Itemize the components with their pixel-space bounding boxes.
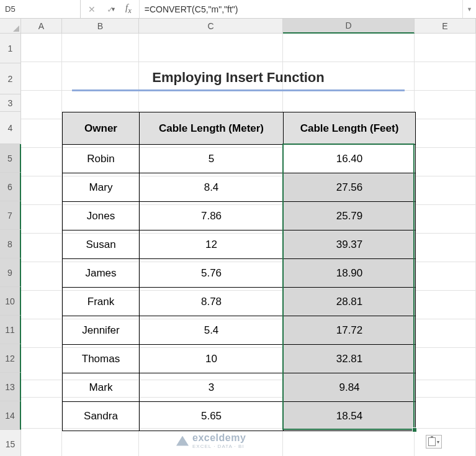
table-cell-r2-c2[interactable]: 25.79 (284, 202, 415, 230)
cell-E14[interactable] (415, 62, 476, 91)
table-header-1[interactable]: Cable Length (Meter) (140, 112, 284, 145)
column-headers: ABCDE (21, 19, 476, 34)
table-cell-r6-c1[interactable]: 5.4 (140, 316, 284, 345)
table-cell-r5-c2[interactable]: 28.81 (284, 288, 415, 316)
cell-E4[interactable] (415, 348, 476, 380)
cell-E3[interactable] (415, 380, 476, 398)
col-header-C[interactable]: C (139, 19, 283, 34)
row-header-7[interactable]: 7 (0, 201, 21, 230)
cell-D1[interactable] (283, 429, 415, 456)
table-cell-r5-c1[interactable]: 8.78 (140, 288, 284, 316)
cell-A10[interactable] (21, 176, 62, 205)
row-header-5[interactable]: 5 (0, 144, 21, 173)
col-header-E[interactable]: E (415, 19, 476, 34)
table-cell-r3-c2[interactable]: 39.37 (284, 230, 415, 259)
cell-E13[interactable] (415, 91, 476, 119)
name-box-wrap: ▼ (0, 0, 81, 18)
cell-A11[interactable] (21, 148, 62, 176)
cell-A1[interactable] (21, 429, 62, 456)
cell-B15[interactable] (62, 34, 139, 62)
cell-B1[interactable] (62, 429, 139, 456)
table-cell-r1-c2[interactable]: 27.56 (284, 173, 415, 202)
table-cell-r0-c0[interactable]: Robin (63, 145, 140, 173)
cell-E15[interactable] (415, 34, 476, 62)
formula-input[interactable] (140, 0, 462, 18)
row-header-2[interactable]: 2 (0, 63, 21, 94)
table-cell-r7-c2[interactable]: 32.81 (284, 345, 415, 373)
cell-A5[interactable] (21, 319, 62, 348)
table-cell-r8-c2[interactable]: 9.84 (284, 373, 415, 402)
table-cell-r2-c1[interactable]: 7.86 (140, 202, 284, 230)
table-cell-r7-c0[interactable]: Thomas (63, 345, 140, 373)
table-cell-r2-c0[interactable]: Jones (63, 202, 140, 230)
row-header-12[interactable]: 12 (0, 344, 21, 373)
cell-E6[interactable] (415, 291, 476, 319)
cell-E2[interactable] (415, 398, 476, 429)
table-cell-r0-c1[interactable]: 5 (140, 145, 284, 173)
cell-A7[interactable] (21, 262, 62, 291)
row-header-13[interactable]: 13 (0, 373, 21, 401)
cell-A4[interactable] (21, 348, 62, 380)
formula-bar-expand-icon[interactable]: ▼ (462, 0, 476, 18)
table-header-2[interactable]: Cable Length (Feet) (284, 112, 415, 145)
table-cell-r5-c0[interactable]: Frank (63, 288, 140, 316)
row-header-9[interactable]: 9 (0, 258, 21, 287)
cell-A8[interactable] (21, 234, 62, 262)
table-cell-r3-c0[interactable]: Susan (63, 230, 140, 259)
fx-icon[interactable]: fx (125, 2, 132, 16)
fill-handle[interactable] (412, 427, 417, 432)
table-cell-r9-c1[interactable]: 5.65 (140, 402, 284, 431)
paste-options-button[interactable] (426, 435, 442, 449)
cancel-formula-icon[interactable]: ✕ (88, 4, 96, 14)
table-cell-r8-c0[interactable]: Mark (63, 373, 140, 402)
table-cell-r6-c0[interactable]: Jennifer (63, 316, 140, 345)
cell-E10[interactable] (415, 176, 476, 205)
row-header-4[interactable]: 4 (0, 112, 21, 144)
cell-E1[interactable] (415, 429, 476, 456)
table-cell-r9-c2[interactable]: 18.54 (284, 402, 415, 431)
table-cell-r4-c1[interactable]: 5.76 (140, 259, 284, 288)
cell-E8[interactable] (415, 234, 476, 262)
cell-E5[interactable] (415, 319, 476, 348)
accept-formula-icon[interactable]: ✓ (107, 4, 114, 14)
cells-area[interactable]: Employing Insert FunctionOwnerCable Leng… (21, 34, 476, 456)
table-cell-r3-c1[interactable]: 12 (140, 230, 284, 259)
table-cell-r1-c0[interactable]: Mary (63, 173, 140, 202)
table-cell-r4-c2[interactable]: 18.90 (284, 259, 415, 288)
table-cell-r8-c1[interactable]: 3 (140, 373, 284, 402)
cell-E7[interactable] (415, 262, 476, 291)
cell-A3[interactable] (21, 380, 62, 398)
cell-A12[interactable] (21, 119, 62, 148)
cell-A9[interactable] (21, 205, 62, 234)
row-header-15[interactable]: 15 (0, 430, 21, 456)
cell-A6[interactable] (21, 291, 62, 319)
cell-A15[interactable] (21, 34, 62, 62)
row-header-11[interactable]: 11 (0, 316, 21, 344)
row-header-6[interactable]: 6 (0, 173, 21, 201)
row-header-1[interactable]: 1 (0, 34, 21, 63)
data-table: OwnerCable Length (Meter)Cable Length (F… (62, 112, 416, 431)
row-header-3[interactable]: 3 (0, 94, 21, 112)
col-header-B[interactable]: B (62, 19, 139, 34)
cell-E11[interactable] (415, 148, 476, 176)
table-cell-r7-c1[interactable]: 10 (140, 345, 284, 373)
cell-E12[interactable] (415, 119, 476, 148)
table-cell-r6-c2[interactable]: 17.72 (284, 316, 415, 345)
row-header-14[interactable]: 14 (0, 401, 21, 430)
table-cell-r4-c0[interactable]: James (63, 259, 140, 288)
table-header-0[interactable]: Owner (63, 112, 140, 145)
cell-A13[interactable] (21, 91, 62, 119)
col-header-A[interactable]: A (21, 19, 62, 34)
table-cell-r0-c2[interactable]: 16.40 (284, 145, 415, 173)
col-header-D[interactable]: D (283, 19, 415, 34)
select-all-corner[interactable] (0, 19, 21, 34)
cell-D15[interactable] (283, 34, 415, 62)
cell-A14[interactable] (21, 62, 62, 91)
row-header-10[interactable]: 10 (0, 287, 21, 316)
row-header-8[interactable]: 8 (0, 230, 21, 258)
cell-C15[interactable] (139, 34, 283, 62)
cell-E9[interactable] (415, 205, 476, 234)
cell-A2[interactable] (21, 398, 62, 429)
table-cell-r9-c0[interactable]: Sandra (63, 402, 140, 431)
table-cell-r1-c1[interactable]: 8.4 (140, 173, 284, 202)
